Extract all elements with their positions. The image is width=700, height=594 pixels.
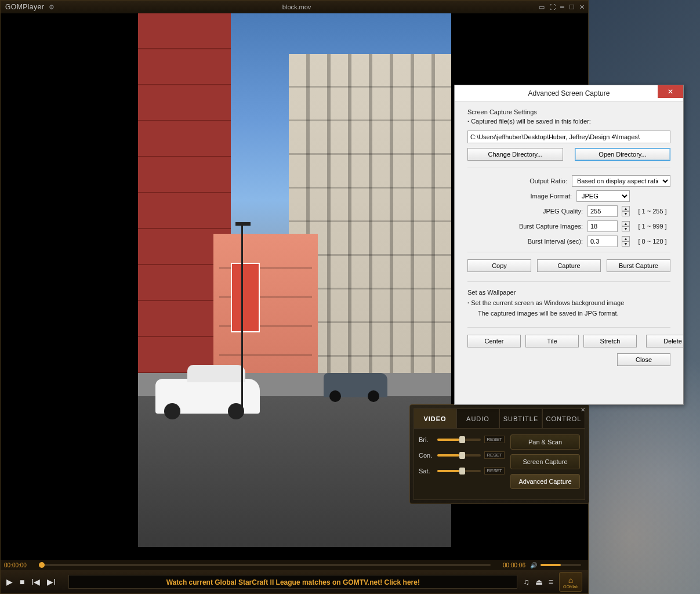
fullscreen-icon[interactable]: ⛶ — [549, 3, 556, 11]
burst-interval-input[interactable] — [587, 236, 618, 247]
brightness-label: Bri. — [419, 436, 434, 443]
gom-logo: GOMPlayer — [5, 3, 44, 11]
eject-icon[interactable]: ⏏ — [535, 577, 543, 586]
gom-logo-prefix: GOM — [5, 3, 23, 11]
video-control-panel: ✕ VIDEO AUDIO SUBTITLE CONTROL Bri. RESE… — [409, 404, 589, 504]
capture-button[interactable]: Capture — [537, 259, 601, 272]
tab-audio[interactable]: AUDIO — [456, 408, 499, 428]
file-title: block.mov — [55, 3, 539, 10]
seek-thumb[interactable] — [39, 562, 45, 568]
gom-logo-suffix: Player — [23, 3, 44, 11]
tab-control[interactable]: CONTROL — [542, 408, 585, 428]
advanced-capture-button[interactable]: Advanced Capture — [510, 474, 580, 489]
gom-titlebar[interactable]: GOMPlayer ⚙ block.mov ▭ ⛶ ━ ☐ ✕ — [1, 1, 588, 13]
playback-controls: ▶ ■ I◀ ▶I Watch current Global StarCraft… — [1, 570, 588, 593]
contrast-reset[interactable]: RESET — [484, 451, 505, 459]
burst-images-range: [ 1 ~ 999 ] — [634, 223, 670, 230]
wallpaper-stretch-button[interactable]: Stretch — [583, 335, 637, 347]
jpeg-quality-label: JPEG Quality: — [467, 208, 583, 215]
volume-icon[interactable]: 🔊 — [530, 562, 537, 568]
video-frame — [138, 13, 451, 547]
brightness-row: Bri. RESET — [419, 436, 505, 443]
close-icon[interactable]: ✕ — [579, 3, 585, 11]
burst-images-label: Burst Capture Images: — [467, 223, 583, 230]
wallpaper-note: Set the current screen as Windows backgr… — [467, 299, 670, 306]
copy-button[interactable]: Copy — [467, 259, 531, 272]
image-format-select[interactable]: JPEG — [576, 190, 630, 202]
contrast-row: Con. RESET — [419, 451, 505, 459]
jpeg-quality-down[interactable]: ▼ — [622, 211, 630, 216]
minimize-icon[interactable]: ━ — [560, 3, 564, 11]
playlist-icon[interactable]: ≡ — [549, 577, 553, 586]
equalizer-icon[interactable]: ♫ — [523, 577, 529, 586]
time-elapsed: 00:00:00 — [4, 562, 35, 568]
output-ratio-select[interactable]: Based on display aspect ratio — [572, 175, 670, 187]
seek-track[interactable] — [39, 564, 491, 566]
marquee-banner[interactable]: Watch current Global StarCraft II League… — [68, 575, 517, 589]
pan-scan-button[interactable]: Pan & Scan — [510, 434, 580, 450]
gomlab-home-button[interactable]: ⌂ GOMlab — [559, 572, 582, 592]
saturation-slider[interactable] — [437, 470, 481, 472]
contrast-label: Con. — [419, 452, 434, 459]
next-button[interactable]: ▶I — [47, 577, 56, 586]
jpeg-quality-up[interactable]: ▲ — [622, 206, 630, 211]
stop-button[interactable]: ■ — [20, 577, 24, 586]
volume-slider[interactable] — [541, 564, 581, 566]
play-button[interactable]: ▶ — [6, 577, 13, 586]
burst-interval-down[interactable]: ▼ — [622, 241, 630, 247]
compact-mode-icon[interactable]: ▭ — [539, 3, 545, 11]
seek-bar: 00:00:00 00:00:06 🔊 — [1, 560, 588, 570]
brightness-slider[interactable] — [437, 439, 481, 441]
wallpaper-delete-button[interactable]: Delete — [646, 335, 683, 347]
maximize-icon[interactable]: ☐ — [569, 3, 575, 11]
burst-images-up[interactable]: ▲ — [622, 221, 630, 226]
dialog-close-button[interactable]: ✕ — [658, 85, 683, 98]
home-icon: ⌂ — [568, 575, 573, 585]
jpeg-quality-input[interactable] — [587, 205, 618, 217]
saturation-label: Sat. — [419, 468, 434, 475]
screen-capture-button[interactable]: Screen Capture — [510, 454, 580, 469]
contrast-slider[interactable] — [437, 454, 481, 457]
brightness-reset[interactable]: RESET — [484, 436, 505, 443]
save-path-input[interactable] — [467, 131, 670, 143]
dialog-title-text: Advanced Screen Capture — [528, 89, 610, 97]
time-total: 00:00:06 — [494, 562, 525, 568]
wallpaper-subnote: The captured images will be saved in JPG… — [478, 310, 670, 317]
gear-icon[interactable]: ⚙ — [49, 3, 55, 11]
saturation-reset[interactable]: RESET — [484, 467, 505, 475]
tab-video[interactable]: VIDEO — [414, 408, 456, 428]
burst-interval-up[interactable]: ▲ — [622, 236, 630, 241]
burst-interval-label: Burst Interval (sec): — [467, 238, 583, 245]
gomlab-label: GOMlab — [563, 585, 578, 589]
burst-capture-button[interactable]: Burst Capture — [607, 259, 670, 272]
open-directory-button[interactable]: Open Directory... — [575, 148, 670, 161]
saturation-row: Sat. RESET — [419, 467, 505, 475]
wallpaper-tile-button[interactable]: Tile — [525, 335, 579, 347]
advanced-screen-capture-dialog: Advanced Screen Capture ✕ Screen Capture… — [454, 85, 684, 405]
output-ratio-label: Output Ratio: — [467, 178, 567, 184]
wallpaper-center-button[interactable]: Center — [467, 335, 521, 347]
panel-close-icon[interactable]: ✕ — [581, 407, 585, 413]
change-directory-button[interactable]: Change Directory... — [467, 148, 563, 161]
image-format-label: Image Format: — [467, 193, 572, 200]
burst-images-down[interactable]: ▼ — [622, 226, 630, 231]
panel-tabs: VIDEO AUDIO SUBTITLE CONTROL — [414, 408, 585, 428]
window-controls: ▭ ⛶ ━ ☐ ✕ — [539, 3, 585, 11]
burst-interval-range: [ 0 ~ 120 ] — [634, 238, 670, 245]
wallpaper-section-title: Set as Wallpaper — [467, 289, 670, 296]
prev-button[interactable]: I◀ — [31, 577, 40, 586]
tab-subtitle[interactable]: SUBTITLE — [499, 408, 542, 428]
section-capture-settings: Screen Capture Settings — [467, 108, 670, 115]
dialog-titlebar[interactable]: Advanced Screen Capture ✕ — [455, 85, 683, 102]
burst-images-input[interactable] — [587, 220, 618, 232]
dialog-bottom-close-button[interactable]: Close — [617, 353, 670, 366]
jpeg-quality-range: [ 1 ~ 255 ] — [634, 208, 670, 215]
capture-folder-note: Captured file(s) will be saved in this f… — [467, 118, 670, 125]
